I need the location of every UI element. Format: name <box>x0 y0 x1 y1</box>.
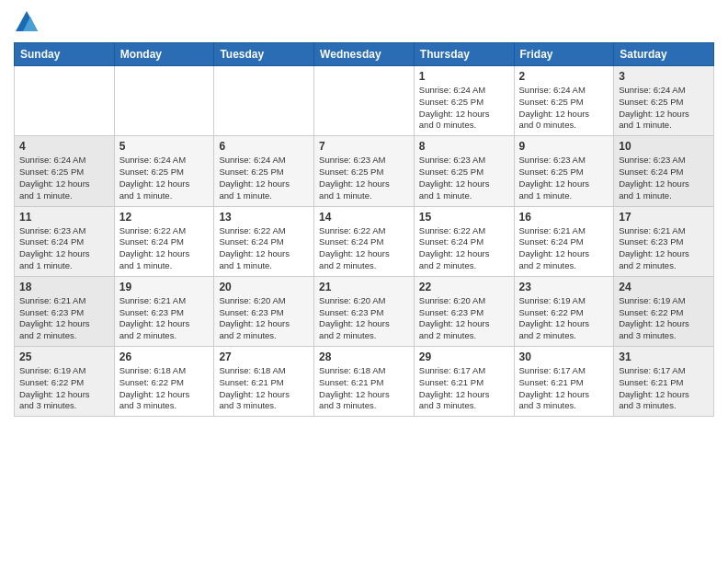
calendar-cell: 4Sunrise: 6:24 AM Sunset: 6:25 PM Daylig… <box>15 136 115 206</box>
calendar-cell: 1Sunrise: 6:24 AM Sunset: 6:25 PM Daylig… <box>414 66 514 136</box>
header <box>14 9 714 35</box>
day-number: 4 <box>19 140 109 153</box>
day-number: 20 <box>219 281 309 293</box>
weekday-header: Friday <box>514 43 614 66</box>
day-number: 5 <box>119 140 210 153</box>
calendar-week-row: 1Sunrise: 6:24 AM Sunset: 6:25 PM Daylig… <box>15 66 714 136</box>
day-info: Sunrise: 6:24 AM Sunset: 6:25 PM Dayligh… <box>519 85 609 132</box>
calendar-cell: 24Sunrise: 6:19 AM Sunset: 6:22 PM Dayli… <box>614 276 714 346</box>
day-number: 10 <box>619 140 709 153</box>
day-number: 27 <box>219 350 309 363</box>
logo-icon <box>14 9 40 35</box>
day-number: 22 <box>419 281 509 293</box>
weekday-header: Sunday <box>15 43 115 66</box>
day-number: 16 <box>519 211 609 224</box>
day-number: 29 <box>419 350 509 363</box>
calendar-cell: 19Sunrise: 6:21 AM Sunset: 6:23 PM Dayli… <box>114 276 214 346</box>
calendar-cell: 21Sunrise: 6:20 AM Sunset: 6:23 PM Dayli… <box>314 276 415 346</box>
calendar-cell: 27Sunrise: 6:18 AM Sunset: 6:21 PM Dayli… <box>214 347 314 417</box>
day-info: Sunrise: 6:24 AM Sunset: 6:25 PM Dayligh… <box>119 155 210 201</box>
calendar-cell: 29Sunrise: 6:17 AM Sunset: 6:21 PM Dayli… <box>414 347 514 417</box>
logo <box>14 9 43 35</box>
day-info: Sunrise: 6:23 AM Sunset: 6:24 PM Dayligh… <box>19 225 109 272</box>
day-number: 3 <box>619 70 709 83</box>
day-info: Sunrise: 6:23 AM Sunset: 6:24 PM Dayligh… <box>619 155 709 201</box>
day-info: Sunrise: 6:17 AM Sunset: 6:21 PM Dayligh… <box>519 365 609 412</box>
day-info: Sunrise: 6:21 AM Sunset: 6:23 PM Dayligh… <box>19 295 109 342</box>
weekday-header-row: SundayMondayTuesdayWednesdayThursdayFrid… <box>15 43 714 66</box>
day-number: 7 <box>319 140 409 153</box>
calendar-cell: 8Sunrise: 6:23 AM Sunset: 6:25 PM Daylig… <box>414 136 514 206</box>
calendar-cell: 22Sunrise: 6:20 AM Sunset: 6:23 PM Dayli… <box>414 276 514 346</box>
day-number: 26 <box>119 350 210 363</box>
weekday-header: Wednesday <box>314 43 415 66</box>
day-info: Sunrise: 6:21 AM Sunset: 6:23 PM Dayligh… <box>119 295 210 342</box>
day-info: Sunrise: 6:22 AM Sunset: 6:24 PM Dayligh… <box>219 225 309 272</box>
day-number: 24 <box>619 281 709 293</box>
day-number: 8 <box>419 140 509 153</box>
day-number: 9 <box>519 140 609 153</box>
day-info: Sunrise: 6:20 AM Sunset: 6:23 PM Dayligh… <box>319 295 409 342</box>
day-number: 31 <box>619 350 709 363</box>
day-number: 11 <box>19 211 109 224</box>
calendar-week-row: 4Sunrise: 6:24 AM Sunset: 6:25 PM Daylig… <box>15 136 714 206</box>
day-info: Sunrise: 6:22 AM Sunset: 6:24 PM Dayligh… <box>119 225 210 272</box>
calendar-cell: 13Sunrise: 6:22 AM Sunset: 6:24 PM Dayli… <box>214 206 314 276</box>
calendar-cell: 6Sunrise: 6:24 AM Sunset: 6:25 PM Daylig… <box>214 136 314 206</box>
calendar-week-row: 25Sunrise: 6:19 AM Sunset: 6:22 PM Dayli… <box>15 347 714 417</box>
day-info: Sunrise: 6:23 AM Sunset: 6:25 PM Dayligh… <box>519 155 609 201</box>
day-info: Sunrise: 6:23 AM Sunset: 6:25 PM Dayligh… <box>419 155 509 201</box>
calendar-cell: 10Sunrise: 6:23 AM Sunset: 6:24 PM Dayli… <box>614 136 714 206</box>
day-info: Sunrise: 6:24 AM Sunset: 6:25 PM Dayligh… <box>619 85 709 132</box>
calendar-cell: 15Sunrise: 6:22 AM Sunset: 6:24 PM Dayli… <box>414 206 514 276</box>
day-number: 21 <box>319 281 409 293</box>
day-info: Sunrise: 6:18 AM Sunset: 6:21 PM Dayligh… <box>219 365 309 412</box>
day-info: Sunrise: 6:18 AM Sunset: 6:22 PM Dayligh… <box>119 365 210 412</box>
calendar-cell: 2Sunrise: 6:24 AM Sunset: 6:25 PM Daylig… <box>514 66 614 136</box>
calendar-cell: 31Sunrise: 6:17 AM Sunset: 6:21 PM Dayli… <box>614 347 714 417</box>
calendar-cell: 16Sunrise: 6:21 AM Sunset: 6:24 PM Dayli… <box>514 206 614 276</box>
day-number: 18 <box>19 281 109 293</box>
calendar-cell: 28Sunrise: 6:18 AM Sunset: 6:21 PM Dayli… <box>314 347 415 417</box>
calendar-week-row: 11Sunrise: 6:23 AM Sunset: 6:24 PM Dayli… <box>15 206 714 276</box>
calendar-cell: 7Sunrise: 6:23 AM Sunset: 6:25 PM Daylig… <box>314 136 415 206</box>
calendar-cell: 18Sunrise: 6:21 AM Sunset: 6:23 PM Dayli… <box>15 276 115 346</box>
day-number: 15 <box>419 211 509 224</box>
calendar-week-row: 18Sunrise: 6:21 AM Sunset: 6:23 PM Dayli… <box>15 276 714 346</box>
calendar-cell: 14Sunrise: 6:22 AM Sunset: 6:24 PM Dayli… <box>314 206 415 276</box>
calendar-cell: 11Sunrise: 6:23 AM Sunset: 6:24 PM Dayli… <box>15 206 115 276</box>
calendar-cell: 23Sunrise: 6:19 AM Sunset: 6:22 PM Dayli… <box>514 276 614 346</box>
day-number: 6 <box>219 140 309 153</box>
day-info: Sunrise: 6:22 AM Sunset: 6:24 PM Dayligh… <box>319 225 409 272</box>
day-number: 1 <box>419 70 509 83</box>
weekday-header: Thursday <box>414 43 514 66</box>
day-info: Sunrise: 6:17 AM Sunset: 6:21 PM Dayligh… <box>619 365 709 412</box>
day-number: 14 <box>319 211 409 224</box>
day-number: 17 <box>619 211 709 224</box>
calendar: SundayMondayTuesdayWednesdayThursdayFrid… <box>14 42 714 417</box>
day-info: Sunrise: 6:20 AM Sunset: 6:23 PM Dayligh… <box>219 295 309 342</box>
calendar-cell: 26Sunrise: 6:18 AM Sunset: 6:22 PM Dayli… <box>114 347 214 417</box>
day-info: Sunrise: 6:24 AM Sunset: 6:25 PM Dayligh… <box>419 85 509 132</box>
calendar-cell <box>114 66 214 136</box>
calendar-cell: 17Sunrise: 6:21 AM Sunset: 6:23 PM Dayli… <box>614 206 714 276</box>
day-info: Sunrise: 6:24 AM Sunset: 6:25 PM Dayligh… <box>19 155 109 201</box>
day-info: Sunrise: 6:21 AM Sunset: 6:24 PM Dayligh… <box>519 225 609 272</box>
weekday-header: Monday <box>114 43 214 66</box>
calendar-cell <box>15 66 115 136</box>
calendar-cell: 9Sunrise: 6:23 AM Sunset: 6:25 PM Daylig… <box>514 136 614 206</box>
calendar-cell: 25Sunrise: 6:19 AM Sunset: 6:22 PM Dayli… <box>15 347 115 417</box>
day-number: 2 <box>519 70 609 83</box>
day-number: 28 <box>319 350 409 363</box>
weekday-header: Saturday <box>614 43 714 66</box>
day-number: 12 <box>119 211 210 224</box>
calendar-cell: 30Sunrise: 6:17 AM Sunset: 6:21 PM Dayli… <box>514 347 614 417</box>
calendar-cell: 3Sunrise: 6:24 AM Sunset: 6:25 PM Daylig… <box>614 66 714 136</box>
day-info: Sunrise: 6:19 AM Sunset: 6:22 PM Dayligh… <box>519 295 609 342</box>
calendar-cell <box>214 66 314 136</box>
calendar-cell: 12Sunrise: 6:22 AM Sunset: 6:24 PM Dayli… <box>114 206 214 276</box>
weekday-header: Tuesday <box>214 43 314 66</box>
day-info: Sunrise: 6:20 AM Sunset: 6:23 PM Dayligh… <box>419 295 509 342</box>
day-number: 23 <box>519 281 609 293</box>
day-info: Sunrise: 6:21 AM Sunset: 6:23 PM Dayligh… <box>619 225 709 272</box>
